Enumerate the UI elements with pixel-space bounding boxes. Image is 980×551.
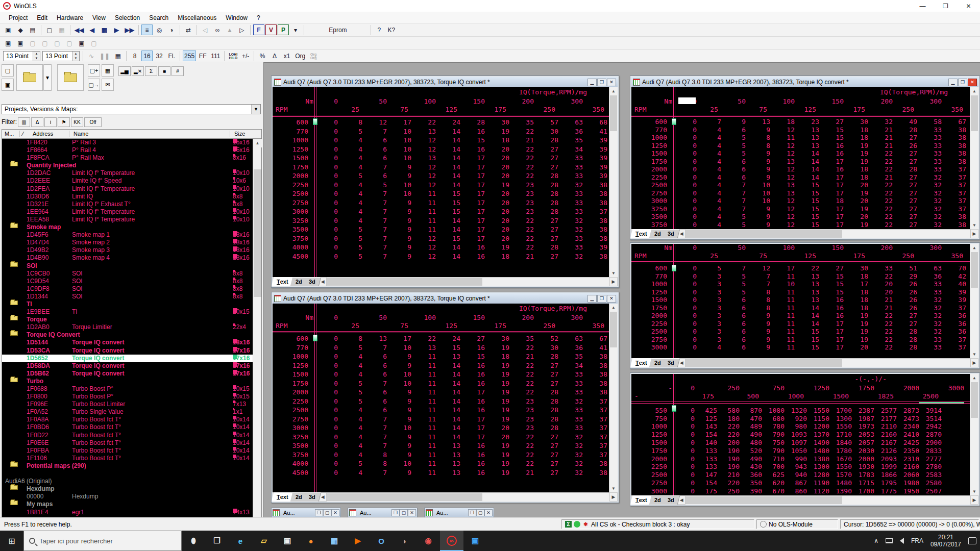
map-cell[interactable]: 37: [942, 336, 966, 344]
map-cell[interactable]: 19: [485, 370, 509, 379]
tree-map-row[interactable]: 1C9DF8SOI8x8: [2, 285, 253, 293]
map-cell[interactable]: 7: [362, 127, 387, 136]
map-cell[interactable]: 5: [721, 280, 746, 288]
map-cell[interactable]: 16: [819, 312, 844, 320]
bars-icon[interactable]: ❚❚: [98, 51, 111, 61]
rpm-value[interactable]: 1500: [273, 154, 313, 163]
map-cell[interactable]: 37: [583, 406, 607, 415]
tree-view-icon[interactable]: ≡: [141, 24, 153, 35]
tree-map-row[interactable]: 1D49B2Smoke map 313x16: [2, 246, 253, 254]
map-cell[interactable]: 11: [411, 433, 436, 442]
map-cell[interactable]: 7: [362, 189, 387, 198]
map-cell[interactable]: 38: [583, 198, 607, 208]
child-maximize-button[interactable]: ❐: [597, 79, 606, 86]
width-Fl.-button[interactable]: Fl.: [166, 51, 177, 61]
map-cell[interactable]: 33: [558, 379, 583, 388]
map-cell[interactable]: 23: [509, 198, 534, 208]
chrome-icon[interactable]: ◉: [416, 531, 440, 551]
map-cell[interactable]: 10: [387, 343, 411, 353]
map-cell[interactable]: 28: [893, 328, 917, 336]
rpm-value[interactable]: 1750: [631, 158, 672, 166]
child-restore-button[interactable]: ❐: [468, 509, 476, 516]
map-cell[interactable]: 7: [362, 379, 387, 388]
map-cell[interactable]: 12: [770, 165, 795, 173]
scroll-up-icon[interactable]: ▲: [253, 139, 262, 147]
map-cell[interactable]: 0: [313, 243, 338, 252]
child-maximize-button[interactable]: ▢: [323, 509, 331, 516]
map-cell[interactable]: 12: [411, 243, 436, 252]
map-cell[interactable]: 16: [460, 145, 485, 154]
map-cell[interactable]: 28: [893, 343, 917, 352]
history-icon[interactable]: ◑: [166, 24, 177, 35]
map-cell[interactable]: 11: [411, 216, 436, 226]
map-cell[interactable]: 13: [436, 459, 460, 468]
map-cell[interactable]: 23: [509, 181, 534, 190]
map-cell[interactable]: 0: [672, 181, 697, 189]
map-window-titlebar[interactable]: Audi Q7 (Audi Q7 3.0 TDI 233 MP+EGR 2007…: [631, 77, 978, 87]
map-cell[interactable]: 32: [917, 173, 942, 182]
map-cell[interactable]: 32: [868, 118, 893, 126]
map-cell[interactable]: 27: [893, 149, 917, 158]
map-cell[interactable]: 28: [460, 118, 485, 127]
map-cell[interactable]: 4: [338, 370, 362, 379]
tree-map-row[interactable]: 1F0A52Turbo Single Value1x1: [2, 408, 253, 416]
rpm-value[interactable]: 4500: [273, 468, 313, 478]
map-cell-partial[interactable]: 4: [942, 405, 957, 413]
tree-map-row[interactable]: 1D47D4Smoke map 213x16: [2, 239, 253, 246]
map-cell[interactable]: 10: [387, 145, 411, 154]
map-cell[interactable]: 21: [509, 136, 534, 145]
tree-map-row[interactable]: 1F0A8ATurbo Boost fct T°10x14: [2, 416, 253, 423]
next-version-icon[interactable]: ▶: [111, 24, 122, 35]
start-button[interactable]: ⊞: [0, 531, 23, 551]
map-cell[interactable]: 0: [672, 336, 697, 344]
map-cell[interactable]: 7: [362, 252, 387, 261]
map-cell[interactable]: 27: [534, 379, 558, 388]
map-cell[interactable]: 12: [770, 213, 795, 221]
map-cell[interactable]: 19: [844, 205, 868, 213]
child-maximize-button[interactable]: ▢: [400, 509, 408, 516]
map-cell[interactable]: 13: [795, 272, 819, 281]
map-cell[interactable]: 9: [746, 328, 770, 336]
filter-text-icon[interactable]: ▥: [18, 117, 30, 127]
map-cell[interactable]: 14: [795, 320, 819, 328]
axis-value[interactable]: 75: [384, 322, 408, 330]
map-cell[interactable]: 13: [770, 189, 795, 197]
map-cell[interactable]: 38: [583, 459, 607, 468]
map-cell[interactable]: 19: [844, 158, 868, 166]
map-cell[interactable]: 16: [460, 468, 485, 478]
tree-map-row[interactable]: 1D45F6Smoke map 113x16: [2, 231, 253, 239]
map-cell[interactable]: 14: [436, 388, 460, 397]
map-cell[interactable]: 30: [534, 343, 558, 353]
map-cell[interactable]: 19: [485, 441, 509, 450]
child-minimize-button[interactable]: ▁: [587, 79, 597, 86]
map-cell[interactable]: 9: [387, 198, 411, 208]
map-cell[interactable]: 22: [868, 197, 893, 205]
map-cell[interactable]: 33: [558, 406, 583, 415]
map-cell[interactable]: 11: [770, 312, 795, 320]
table-vscrollbar[interactable]: ▲▼: [970, 244, 978, 358]
map-cell[interactable]: 58: [917, 118, 942, 126]
map-cell[interactable]: 17: [819, 343, 844, 352]
map-cell[interactable]: 19: [844, 336, 868, 344]
rpm-value[interactable]: 3000: [631, 197, 672, 205]
map-cell[interactable]: 6: [362, 361, 387, 370]
map-cell[interactable]: 7: [721, 264, 746, 272]
map-cell[interactable]: 20: [485, 433, 509, 442]
map-cell[interactable]: 15: [795, 181, 819, 189]
rpm-value[interactable]: 4500: [273, 252, 313, 261]
map-cell[interactable]: 4: [338, 207, 362, 216]
map-cell[interactable]: 29: [893, 272, 917, 281]
map-cell[interactable]: 38: [583, 468, 607, 478]
map-cell[interactable]: 5: [338, 459, 362, 468]
map-cell[interactable]: 0: [672, 320, 697, 328]
map-cell[interactable]: 10: [387, 136, 411, 145]
map-cell[interactable]: 3: [697, 288, 721, 296]
map-cell[interactable]: 0: [672, 173, 697, 182]
map-window-titlebar[interactable]: Audi Q7 (Audi Q7 3.0 TDI 233 MP+EGR 2007…: [273, 77, 618, 87]
filter-flag-icon[interactable]: ⚑: [58, 117, 70, 127]
map-cell[interactable]: 11: [770, 288, 795, 296]
map-cell[interactable]: 22: [868, 272, 893, 281]
map-cell[interactable]: 30: [844, 118, 868, 126]
map-cell[interactable]: 7: [362, 243, 387, 252]
map-cell[interactable]: 20: [485, 207, 509, 216]
